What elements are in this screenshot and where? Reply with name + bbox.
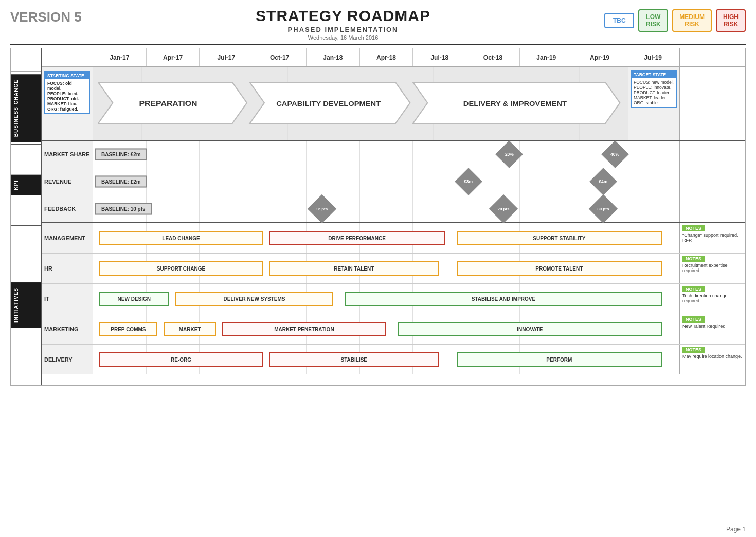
header-divider	[10, 44, 746, 45]
date-oct18: Oct-18	[466, 48, 520, 66]
kpi-fb-notes	[679, 195, 745, 222]
kpi-section-label: KPI	[11, 145, 41, 226]
kpi-row-market-share: MARKET SHARE BASELINE: £2m	[42, 141, 745, 168]
init-delivery-content: RE-ORG STABILISE PERFORM	[93, 345, 679, 374]
ts-line1: FOCUS: new model.	[634, 80, 674, 85]
mgmt-notes: NOTES "Change" support required. RFP.	[679, 223, 745, 253]
init-row-marketing: MARKETING PREP COMMS MARKET	[42, 314, 745, 345]
mgmt-bar-drive: DRIVE PERFORMANCE	[269, 231, 445, 245]
risk-badge-low: LOWRISK	[638, 9, 668, 32]
date-jan17: Jan-17	[93, 48, 147, 66]
mgmt-bar-lead: LEAD CHANGE	[99, 231, 263, 245]
init-it-label: IT	[42, 284, 93, 314]
initiatives-section: MANAGEMENT LEAD CHANGE DRIV	[42, 223, 745, 374]
mkt-bar-penetration: MARKET PENETRATION	[222, 322, 386, 336]
starting-state-box: STARTING STATE FOCUS: old model. PEOPLE:…	[44, 71, 90, 114]
kpi-feedback-label: FEEDBACK	[42, 195, 93, 222]
del-notes-label: NOTES	[682, 347, 705, 353]
main-title: STRATEGY ROADMAP	[82, 7, 605, 25]
mkt-notes-text: New Talent Required	[682, 324, 743, 329]
bc-row-label: STARTING STATE FOCUS: old model. PEOPLE:…	[42, 67, 93, 140]
mkt-bar-market: MARKET	[164, 322, 217, 336]
fb-diamond-30-label: 30 pts	[597, 207, 609, 211]
tl-spacer	[11, 48, 41, 72]
risk-badge-medium: MEDIUMRISK	[672, 9, 712, 32]
version-label: VERSION 5	[10, 9, 82, 25]
kpi-row-revenue: REVENUE BASELINE: £2m	[42, 168, 745, 195]
bc-main-row: STARTING STATE FOCUS: old model. PEOPLE:…	[42, 67, 745, 140]
fb-baseline: BASELINE: 10 pts	[95, 203, 152, 215]
kpi-market-share-content: BASELINE: £2m 20% 40%	[93, 141, 679, 168]
title-block: STRATEGY ROADMAP PHASED IMPLEMENTATION W…	[82, 7, 605, 41]
timeline-header: Jan-17 Apr-17 Jul-17 Oct-17 Jan-18 Apr-1…	[42, 48, 745, 67]
target-state-box: TARGET STATE FOCUS: new model. PEOPLE: i…	[631, 70, 677, 108]
mgmt-notes-label: NOTES	[682, 225, 705, 231]
bc-notes	[679, 67, 745, 140]
init-row-hr: HR SUPPORT CHANGE RETAIN TA	[42, 254, 745, 284]
mgmt-bar-support: SUPPORT STABILITY	[457, 231, 662, 245]
init-row-it: IT NEW DESIGN DELIVER NEW S	[42, 284, 745, 314]
bc-label: BUSINESS CHANGE	[11, 74, 41, 142]
date-jan19: Jan-19	[520, 48, 573, 66]
ts-line2: PEOPLE: innovate.	[634, 85, 674, 90]
it-bar-deliver: DELIVER NEW SYSTEMS	[175, 292, 334, 306]
label-column: BUSINESS CHANGE KPI INITIATIVES	[11, 48, 42, 385]
risk-badge-high: HIGHRISK	[716, 9, 746, 32]
tl-dates: Jan-17 Apr-17 Jul-17 Oct-17 Jan-18 Apr-1…	[93, 48, 679, 66]
date-jul17: Jul-17	[200, 48, 253, 66]
date-oct17: Oct-17	[253, 48, 307, 66]
initiatives-label: INITIATIVES	[11, 282, 41, 328]
init-marketing-label: MARKETING	[42, 314, 93, 344]
ss-line5: ORG: fatigued.	[47, 106, 87, 112]
mkt-bar-innovate: INNOVATE	[398, 322, 662, 336]
mgmt-notes-text: "Change" support required. RFP.	[682, 232, 743, 243]
risk-badge-tbc: TBC	[604, 13, 634, 28]
header: VERSION 5 STRATEGY ROADMAP PHASED IMPLEM…	[10, 5, 746, 41]
date-jan18: Jan-18	[307, 48, 360, 66]
init-management-label: MANAGEMENT	[42, 223, 93, 253]
kpi-feedback-content: BASELINE: 10 pts 12 pts 20 pts 30 pts	[93, 195, 679, 222]
ss-line3: PRODUCT: old.	[47, 96, 87, 101]
ms-baseline: BASELINE: £2m	[95, 149, 147, 160]
date-jul19: Jul-19	[626, 48, 679, 66]
kpi-revenue-label: REVENUE	[42, 168, 93, 195]
init-hr-label: HR	[42, 254, 93, 283]
hr-bar-retain: RETAIN TALENT	[269, 261, 439, 276]
hr-notes-text: Recruitment expertise required.	[682, 263, 743, 273]
roadmap-grid: BUSINESS CHANGE KPI INITIATIVES Jan-17 A…	[10, 48, 746, 386]
initiatives-section-label: INITIATIVES	[11, 226, 41, 385]
kpi-rows: MARKET SHARE BASELINE: £2m	[42, 141, 745, 222]
init-marketing-content: PREP COMMS MARKET MARKET PENETRATION INN…	[93, 314, 679, 344]
risk-badges: TBC LOWRISK MEDIUMRISK HIGHRISK	[604, 9, 746, 32]
date-jul18: Jul-18	[413, 48, 466, 66]
kpi-ms-notes	[679, 141, 745, 168]
ms-diamond-20-label: 20%	[505, 152, 514, 157]
rev-diamond-3m-label: £3m	[464, 179, 473, 184]
bc-section-label: BUSINESS CHANGE	[11, 72, 41, 145]
kpi-section: MARKET SHARE BASELINE: £2m	[42, 141, 745, 223]
page-container: VERSION 5 STRATEGY ROADMAP PHASED IMPLEM…	[0, 0, 756, 537]
kpi-row-feedback: FEEDBACK BASELINE: 10 pts	[42, 195, 745, 222]
ss-line2: PEOPLE: tired.	[47, 91, 87, 96]
target-state-title: TARGET STATE	[632, 71, 676, 78]
phase-arrows-svg: PREPARATION CAPABILITY DEVELOPMENT DELIV…	[98, 77, 623, 129]
hr-notes: NOTES Recruitment expertise required.	[679, 254, 745, 283]
del-bar-stabilise: STABILISE	[269, 352, 439, 367]
bc-content: PREPARATION CAPABILITY DEVELOPMENT DELIV…	[93, 67, 628, 140]
ss-line4: MARKET: flux.	[47, 101, 87, 106]
del-bar-reorg: RE-ORG	[99, 352, 263, 367]
ts-line4: MARKET: leader.	[634, 95, 674, 100]
it-bar-newdesign: NEW DESIGN	[99, 292, 169, 306]
subtitle: PHASED IMPLEMENTATION	[82, 26, 605, 33]
init-hr-content: SUPPORT CHANGE RETAIN TALENT PROMOTE TAL…	[93, 254, 679, 283]
del-notes-text: May require location change.	[682, 354, 743, 359]
init-delivery-label: DELIVERY	[42, 345, 93, 374]
mkt-notes-label: NOTES	[682, 316, 705, 323]
mkt-bar-prep: PREP COMMS	[99, 322, 157, 336]
date-apr19: Apr-19	[573, 48, 627, 66]
starting-state-title: STARTING STATE	[45, 72, 89, 79]
tl-header-spacer	[42, 48, 93, 66]
init-row-management: MANAGEMENT LEAD CHANGE DRIV	[42, 223, 745, 254]
svg-text:PREPARATION: PREPARATION	[139, 99, 197, 108]
notes-header	[679, 48, 745, 66]
